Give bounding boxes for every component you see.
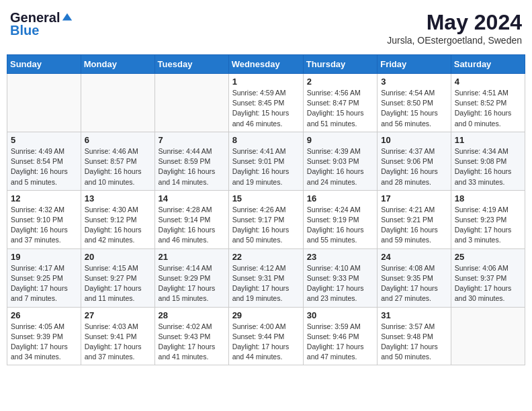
logo: General Blue	[10, 10, 73, 38]
day-info-line: Daylight: 15 hours and 56 minutes.	[381, 109, 438, 127]
day-info-line: Sunrise: 4:15 AM	[85, 264, 138, 272]
day-info: Sunrise: 4:06 AMSunset: 9:37 PMDaylight:…	[455, 263, 521, 304]
calendar-cell	[81, 74, 154, 132]
day-info-line: Sunrise: 4:00 AM	[232, 322, 286, 330]
day-info: Sunrise: 4:14 AMSunset: 9:29 PMDaylight:…	[159, 263, 225, 304]
day-number: 5	[11, 135, 77, 145]
calendar-cell: 26Sunrise: 4:05 AMSunset: 9:39 PMDayligh…	[7, 307, 81, 365]
day-info-line: Sunset: 9:43 PM	[159, 332, 211, 340]
day-info-line: Sunset: 9:01 PM	[232, 157, 285, 165]
day-info-line: Sunrise: 4:44 AM	[159, 147, 212, 155]
col-header-tuesday: Tuesday	[154, 55, 228, 74]
day-info: Sunrise: 4:44 AMSunset: 8:59 PMDaylight:…	[159, 146, 225, 187]
day-info: Sunrise: 4:10 AMSunset: 9:33 PMDaylight:…	[307, 263, 373, 304]
day-info: Sunrise: 4:24 AMSunset: 9:19 PMDaylight:…	[307, 205, 373, 246]
day-info-line: Sunrise: 4:28 AM	[159, 205, 212, 214]
day-info-line: Sunset: 9:39 PM	[11, 332, 63, 340]
day-info-line: Sunrise: 4:10 AM	[307, 264, 361, 272]
day-info: Sunrise: 4:26 AMSunset: 9:17 PMDaylight:…	[232, 205, 300, 246]
calendar-cell: 14Sunrise: 4:28 AMSunset: 9:14 PMDayligh…	[154, 190, 228, 248]
calendar-cell: 13Sunrise: 4:30 AMSunset: 9:12 PMDayligh…	[81, 190, 154, 248]
day-info-line: Sunrise: 3:59 AM	[307, 322, 361, 330]
calendar-cell: 2Sunrise: 4:56 AMSunset: 8:47 PMDaylight…	[303, 74, 377, 132]
day-info: Sunrise: 4:28 AMSunset: 9:14 PMDaylight:…	[159, 205, 225, 246]
calendar-cell: 28Sunrise: 4:02 AMSunset: 9:43 PMDayligh…	[154, 307, 228, 365]
day-info: Sunrise: 4:05 AMSunset: 9:39 PMDaylight:…	[11, 322, 77, 363]
day-number: 14	[159, 193, 225, 203]
calendar-cell	[451, 307, 525, 365]
title-area: May 2024 Jursla, OEstergoetland, Sweden	[387, 10, 522, 46]
day-info: Sunrise: 4:17 AMSunset: 9:25 PMDaylight:…	[11, 263, 77, 304]
day-info: Sunrise: 4:21 AMSunset: 9:21 PMDaylight:…	[381, 205, 447, 246]
day-info-line: Sunset: 9:19 PM	[307, 216, 359, 224]
day-info-line: Daylight: 17 hours and 44 minutes.	[232, 342, 290, 361]
calendar-cell: 5Sunrise: 4:49 AMSunset: 8:54 PMDaylight…	[7, 132, 81, 190]
day-info-line: Sunrise: 4:08 AM	[381, 264, 435, 272]
day-number: 12	[11, 193, 77, 203]
day-info-line: Daylight: 15 hours and 51 minutes.	[307, 109, 364, 127]
day-info: Sunrise: 4:49 AMSunset: 8:54 PMDaylight:…	[11, 146, 77, 187]
day-number: 23	[307, 252, 373, 262]
day-info: Sunrise: 4:08 AMSunset: 9:35 PMDaylight:…	[381, 263, 447, 304]
day-info-line: Sunrise: 4:17 AM	[11, 264, 64, 272]
calendar-cell: 15Sunrise: 4:26 AMSunset: 9:17 PMDayligh…	[228, 190, 303, 248]
day-info-line: Sunrise: 4:41 AM	[232, 147, 286, 155]
day-info-line: Sunrise: 4:05 AM	[11, 322, 64, 330]
logo-blue-text: Blue	[10, 23, 39, 38]
calendar-header-row: SundayMondayTuesdayWednesdayThursdayFrid…	[7, 55, 525, 74]
calendar-week-3: 12Sunrise: 4:32 AMSunset: 9:10 PMDayligh…	[7, 190, 525, 248]
day-info-line: Sunrise: 4:26 AM	[232, 205, 286, 214]
day-number: 15	[232, 193, 300, 203]
day-info: Sunrise: 4:02 AMSunset: 9:43 PMDaylight:…	[159, 322, 225, 363]
day-info: Sunrise: 3:59 AMSunset: 9:46 PMDaylight:…	[307, 322, 373, 363]
day-info-line: Daylight: 17 hours and 50 minutes.	[381, 342, 438, 361]
day-number: 20	[85, 252, 151, 262]
day-number: 31	[381, 310, 447, 320]
day-info-line: Sunrise: 4:02 AM	[159, 322, 212, 330]
calendar-cell: 3Sunrise: 4:54 AMSunset: 8:50 PMDaylight…	[378, 74, 451, 132]
day-info-line: Sunset: 9:10 PM	[11, 216, 63, 224]
calendar-cell: 17Sunrise: 4:21 AMSunset: 9:21 PMDayligh…	[378, 190, 451, 248]
day-info-line: Sunset: 9:46 PM	[307, 332, 359, 340]
day-number: 17	[381, 193, 447, 203]
day-info-line: Sunrise: 3:57 AM	[381, 322, 435, 330]
day-info-line: Sunset: 9:03 PM	[307, 157, 359, 165]
day-number: 26	[11, 310, 77, 320]
day-info-line: Sunset: 8:59 PM	[159, 157, 211, 165]
day-number: 30	[307, 310, 373, 320]
day-info: Sunrise: 4:41 AMSunset: 9:01 PMDaylight:…	[232, 146, 300, 187]
day-number: 10	[381, 135, 447, 145]
day-info: Sunrise: 4:30 AMSunset: 9:12 PMDaylight:…	[85, 205, 151, 246]
calendar-cell: 4Sunrise: 4:51 AMSunset: 8:52 PMDaylight…	[451, 74, 525, 132]
day-info-line: Daylight: 17 hours and 23 minutes.	[307, 284, 364, 302]
day-info-line: Sunset: 8:54 PM	[11, 157, 63, 165]
svg-marker-0	[62, 13, 72, 20]
day-info-line: Sunset: 9:44 PM	[232, 332, 285, 340]
day-info-line: Sunset: 9:35 PM	[381, 274, 433, 282]
day-info-line: Sunrise: 4:14 AM	[159, 264, 212, 272]
day-info-line: Sunset: 9:25 PM	[11, 274, 63, 282]
day-info-line: Sunset: 9:08 PM	[455, 157, 507, 165]
calendar-cell: 19Sunrise: 4:17 AMSunset: 9:25 PMDayligh…	[7, 248, 81, 307]
day-info-line: Daylight: 17 hours and 47 minutes.	[307, 342, 364, 361]
calendar-cell: 29Sunrise: 4:00 AMSunset: 9:44 PMDayligh…	[228, 307, 303, 365]
day-info-line: Sunrise: 4:30 AM	[85, 205, 138, 214]
day-info-line: Sunset: 8:47 PM	[307, 99, 359, 107]
calendar-cell: 10Sunrise: 4:37 AMSunset: 9:06 PMDayligh…	[378, 132, 451, 190]
day-info-line: Sunset: 9:31 PM	[232, 274, 285, 282]
calendar-cell: 21Sunrise: 4:14 AMSunset: 9:29 PMDayligh…	[154, 248, 228, 307]
day-info: Sunrise: 3:57 AMSunset: 9:48 PMDaylight:…	[381, 322, 447, 363]
day-info-line: Sunrise: 4:21 AM	[381, 205, 435, 214]
day-info-line: Sunset: 9:41 PM	[85, 332, 137, 340]
day-number: 28	[159, 310, 225, 320]
day-number: 6	[85, 135, 151, 145]
day-info-line: Daylight: 16 hours and 59 minutes.	[381, 226, 438, 244]
day-info-line: Sunrise: 4:19 AM	[455, 205, 508, 214]
day-number: 24	[381, 252, 447, 262]
day-info-line: Daylight: 17 hours and 34 minutes.	[11, 342, 68, 361]
day-number: 29	[232, 310, 300, 320]
day-info-line: Daylight: 17 hours and 3 minutes.	[455, 226, 512, 244]
col-header-wednesday: Wednesday	[228, 55, 303, 74]
day-info-line: Daylight: 16 hours and 0 minutes.	[455, 109, 512, 127]
day-info-line: Sunset: 9:12 PM	[85, 216, 137, 224]
